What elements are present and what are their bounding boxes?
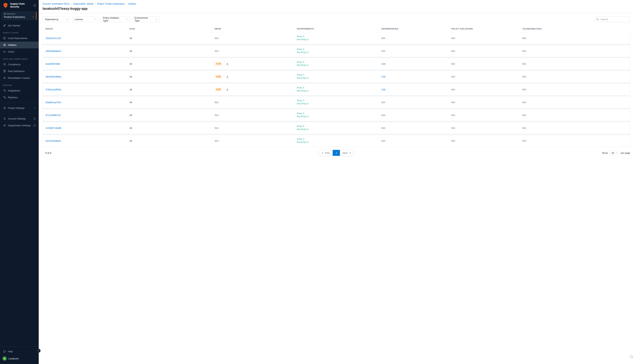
- pagination: Prev 1 Next: [319, 150, 354, 156]
- sbom-cell: 6.38: [212, 74, 294, 79]
- preprod-count-link[interactable]: Pre-Prod: 0: [297, 115, 376, 118]
- table-row[interactable]: 9710cf6667c9 v5 N/A Prod: 0 Pre-Prod: 0: [43, 109, 630, 121]
- dependencies-cell: N/A: [379, 127, 449, 130]
- per-page-dropdown[interactable]: 20: [609, 150, 619, 156]
- prod-count-link[interactable]: Prod: 0: [297, 125, 376, 128]
- wrench-icon: [3, 76, 6, 80]
- preprod-count-link[interactable]: Pre-Prod: 0: [297, 102, 376, 106]
- digest-link[interactable]: ee4218cdba0c: [46, 140, 61, 142]
- support-chat-icon[interactable]: [629, 355, 633, 359]
- column-header-sbom: SBOM: [212, 26, 294, 32]
- policy-violations-cell: N/A: [449, 140, 519, 142]
- breadcrumb-artifacts-link[interactable]: Artifacts: [128, 2, 136, 5]
- sbom-cell: N/A: [212, 114, 294, 116]
- chevron-down-icon: [615, 152, 617, 154]
- prev-page-button[interactable]: Prev: [319, 150, 333, 156]
- sidebar-item-remediation-tracker[interactable]: Remediation Tracker: [0, 74, 39, 82]
- breadcrumb-project-link[interactable]: Project: Product Exploratory: [97, 2, 125, 5]
- sbom-download-icon[interactable]: [226, 88, 229, 91]
- table-row[interactable]: a9c6e00c66bb v5 6.38 Prod: 0 Pre-Prod: 0: [43, 70, 630, 83]
- prod-count-link[interactable]: Prod: 0: [297, 138, 376, 141]
- digest-link[interactable]: dcdd29b7fafb: [46, 62, 60, 65]
- page-number-1[interactable]: 1: [333, 150, 340, 156]
- sidebar-item-code-repositories[interactable]: Code Repositories: [0, 35, 39, 42]
- breadcrumb-organization-link[interactable]: Organization: default: [73, 2, 94, 5]
- dependencies-cell: N/A: [379, 114, 449, 116]
- prod-count-link[interactable]: Prod: 0: [297, 112, 376, 115]
- sidebar-item-rule-definitions[interactable]: Rule Definitions: [0, 68, 39, 74]
- table-row[interactable]: dcdd29b7fafb v5 6.38 Prod: 0 Pre-Prod: 0: [43, 58, 630, 70]
- search-input[interactable]: [600, 18, 628, 21]
- prod-count-link[interactable]: Prod: 0: [297, 35, 376, 38]
- project-selector[interactable]: PROJECT Product Exploratory: [2, 12, 37, 20]
- module-switcher-icon[interactable]: [33, 4, 36, 7]
- infinity-icon: [3, 50, 6, 53]
- sidebar-item-get-started[interactable]: Get Started: [0, 22, 39, 29]
- prod-count-link[interactable]: Prod: 0: [297, 99, 376, 102]
- prod-count-link[interactable]: Prod: 0: [297, 48, 376, 51]
- sidebar-item-pipelines[interactable]: Pipelines: [0, 94, 39, 101]
- digest-link[interactable]: 33d114e1c225: [46, 37, 61, 40]
- digest-cell: dcdd29b7fafb: [43, 62, 127, 65]
- table-row[interactable]: 2c5365718e88 v5 N/A Prod: 0 Pre-Prod: 0: [43, 122, 630, 134]
- column-header-vulnerabilities: VULNERABILITIES: [520, 26, 630, 32]
- dependencies-count-link[interactable]: 218: [381, 75, 385, 78]
- dependency-filter-dropdown[interactable]: Dependency: [43, 16, 70, 22]
- search-icon: [596, 18, 599, 20]
- table-row[interactable]: 479e2acd981b v5 6.38 Prod: 0 Pre-Prod: 0: [43, 84, 630, 96]
- preprod-count-link[interactable]: Pre-Prod: 0: [297, 141, 376, 144]
- prod-count-link[interactable]: Prod: 0: [297, 86, 376, 90]
- environments-cell: Prod: 0 Pre-Prod: 0: [294, 86, 379, 92]
- table-row[interactable]: c69c5b6a8ae2 v5 N/A Prod: 0 Pre-Prod: 0: [43, 45, 630, 57]
- preprod-count-link[interactable]: Pre-Prod: 0: [297, 64, 376, 67]
- table-row[interactable]: ee4218cdba0c v5 N/A Prod: 0 Pre-Prod: 0: [43, 135, 630, 147]
- environment-type-filter-dropdown[interactable]: Environment Type: [132, 16, 159, 22]
- digest-cell: 9710cf6667c9: [43, 114, 127, 116]
- dependencies-count-link[interactable]: 218: [381, 62, 385, 65]
- sidebar: Supply Chain Security PROJECT Product Ex…: [0, 0, 39, 364]
- digest-link[interactable]: a9c6e00c66bb: [46, 75, 61, 78]
- preprod-count-link[interactable]: Pre-Prod: 0: [297, 128, 376, 131]
- dependencies-count-link[interactable]: 218: [381, 88, 385, 91]
- preprod-count-link[interactable]: Pre-Prod: 0: [297, 38, 376, 41]
- license-filter-dropdown[interactable]: License: [72, 16, 98, 22]
- sidebar-item-cicd[interactable]: CI/CD: [0, 48, 39, 55]
- policy-violations-cell: N/A: [449, 127, 519, 130]
- sidebar-item-organization-settings[interactable]: Organization Settings: [0, 122, 39, 129]
- sidebar-item-compliance[interactable]: Compliance: [0, 61, 39, 68]
- page-title: lavakush07/easy-buggy-app: [43, 7, 630, 11]
- show-label: Show: [602, 152, 608, 154]
- breadcrumb-account-link[interactable]: Account: Automation-SSCA: [43, 2, 70, 5]
- arrow-right-icon: [349, 152, 351, 154]
- preprod-count-link[interactable]: Pre-Prod: 0: [297, 90, 376, 92]
- digest-link[interactable]: 2c5365718e88: [46, 127, 61, 130]
- sidebar-collapse-handle[interactable]: [37, 349, 41, 353]
- sidebar-item-account-settings[interactable]: Account Settings: [0, 115, 39, 122]
- help-button[interactable]: Help: [0, 348, 39, 355]
- prod-count-link[interactable]: Prod: 0: [297, 74, 376, 76]
- policy-violations-cell: N/A: [449, 50, 519, 52]
- next-page-button[interactable]: Next: [340, 150, 354, 156]
- prod-count-link[interactable]: Prod: 0: [297, 61, 376, 64]
- sidebar-item-integrations[interactable]: Integrations: [0, 87, 39, 94]
- info-icon: [33, 124, 36, 127]
- user-menu[interactable]: L Lavakush: [0, 355, 39, 362]
- sbom-download-icon[interactable]: [226, 62, 229, 65]
- digest-link[interactable]: 9710cf6667c9: [46, 114, 61, 116]
- preprod-count-link[interactable]: Pre-Prod: 0: [297, 76, 376, 80]
- vulnerabilities-cell: N/A: [519, 101, 630, 104]
- table-row[interactable]: 33d114e1c225 v5 N/A Prod: 0 Pre-Prod: 0: [43, 32, 630, 44]
- sidebar-item-artifacts[interactable]: Artifacts: [0, 42, 39, 48]
- chevron-left-icon: [38, 350, 40, 352]
- dependencies-cell: N/A: [379, 140, 449, 142]
- sbom-download-icon[interactable]: [226, 75, 229, 78]
- policy-violations-cell: N/A: [449, 37, 519, 40]
- sidebar-item-project-settings[interactable]: Project Settings: [0, 105, 39, 112]
- digest-link[interactable]: c69c5b6a8ae2: [46, 50, 61, 52]
- digest-link[interactable]: 5dab9caa79c5: [46, 101, 61, 104]
- digest-link[interactable]: 479e2acd981b: [46, 88, 61, 91]
- table-row[interactable]: 5dab9caa79c5 v5 N/A Prod: 0 Pre-Prod: 0: [43, 96, 630, 108]
- preprod-count-link[interactable]: Pre-Prod: 0: [297, 51, 376, 54]
- info-icon: [33, 118, 36, 120]
- policy-violation-type-filter-dropdown[interactable]: Policy Violation Type: [101, 16, 130, 22]
